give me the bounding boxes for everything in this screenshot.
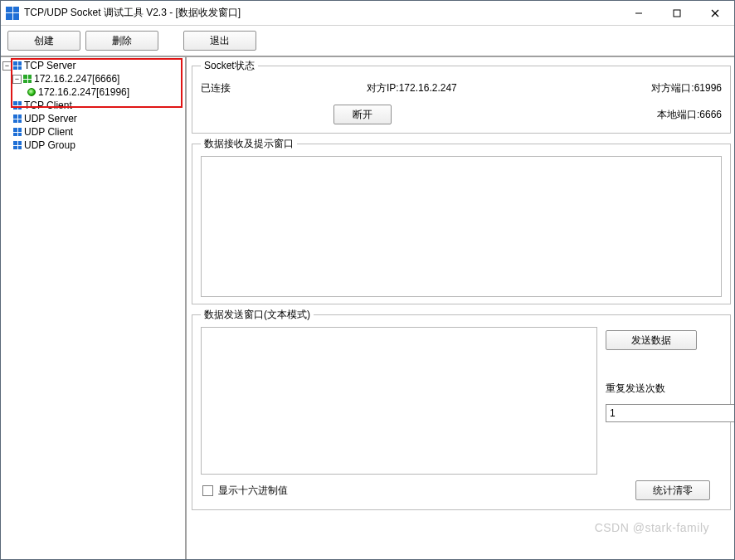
close-button[interactable] — [696, 1, 734, 25]
receive-textarea[interactable] — [201, 156, 722, 297]
connection-tree[interactable]: − TCP Server − 172.16.2.247[6666] 172.16… — [1, 57, 187, 559]
delete-button[interactable]: 删除 — [85, 31, 158, 51]
send-textarea[interactable] — [201, 327, 597, 475]
send-button[interactable]: 发送数据 — [606, 330, 697, 350]
tree-label: 172.16.2.247[61996] — [38, 86, 129, 98]
local-port-value: 6666 — [699, 109, 722, 120]
app-icon — [6, 7, 19, 20]
tree-tcp-client[interactable]: TCP Client — [2, 99, 185, 112]
peer-ip-value: 172.16.2.247 — [399, 82, 457, 94]
repeat-count-combo[interactable] — [606, 404, 705, 422]
peer-port-label: 对方端口: — [651, 82, 694, 94]
right-panel: Socket状态 已连接 对方IP:172.16.2.247 对方端口:6199… — [187, 57, 734, 559]
show-hex-label: 显示十六进制值 — [218, 484, 288, 498]
tree-label: UDP Server — [24, 113, 77, 124]
show-hex-checkbox[interactable]: 显示十六进制值 — [202, 484, 288, 498]
tree-udp-server[interactable]: UDP Server — [2, 112, 185, 125]
tree-label: TCP Server — [24, 60, 75, 71]
app-window: TCP/UDP Socket 调试工具 V2.3 - [数据收发窗口] 创建 删… — [0, 0, 735, 560]
checkbox-box — [202, 485, 213, 496]
window-title: TCP/UDP Socket 调试工具 V2.3 - [数据收发窗口] — [24, 6, 620, 20]
svg-rect-1 — [674, 10, 680, 17]
receive-legend: 数据接收及提示窗口 — [201, 137, 297, 151]
minimize-button[interactable] — [620, 1, 658, 25]
connection-active-icon — [27, 88, 36, 96]
maximize-button[interactable] — [658, 1, 696, 25]
send-legend: 数据发送窗口(文本模式) — [201, 308, 314, 322]
window-controls — [620, 1, 734, 25]
disconnect-button[interactable]: 断开 — [333, 105, 392, 124]
connection-state: 已连接 — [201, 81, 367, 95]
socket-status-group: Socket状态 已连接 对方IP:172.16.2.247 对方端口:6199… — [192, 59, 731, 134]
send-group: 数据发送窗口(文本模式) 发送数据 重复发送次数 — [192, 308, 731, 510]
repeat-label: 重复发送次数 — [606, 382, 665, 396]
tree-tcp-server[interactable]: − TCP Server — [2, 59, 185, 72]
repeat-count-input[interactable] — [606, 404, 734, 422]
tree-label: TCP Client — [24, 100, 72, 111]
stats-clear-button[interactable]: 统计清零 — [635, 480, 710, 500]
status-legend: Socket状态 — [201, 59, 258, 73]
tree-connection[interactable]: 172.16.2.247[61996] — [2, 85, 185, 99]
tree-label: UDP Group — [24, 139, 75, 151]
tree-label: 172.16.2.247[6666] — [34, 73, 119, 85]
tree-udp-client[interactable]: UDP Client — [2, 125, 185, 139]
body: − TCP Server − 172.16.2.247[6666] 172.16… — [1, 57, 734, 559]
tree-label: UDP Client — [24, 126, 73, 138]
peer-ip-label: 对方IP: — [367, 82, 399, 94]
peer-port-value: 61996 — [694, 82, 722, 94]
receive-group: 数据接收及提示窗口 — [192, 137, 731, 304]
toolbar: 创建 删除 退出 — [1, 26, 734, 57]
peer-ip: 对方IP:172.16.2.247 — [367, 81, 651, 95]
local-port-label: 本地端口: — [657, 109, 699, 120]
tree-server-instance[interactable]: − 172.16.2.247[6666] — [2, 72, 185, 85]
peer-port: 对方端口:61996 — [651, 81, 722, 95]
titlebar: TCP/UDP Socket 调试工具 V2.3 - [数据收发窗口] — [1, 1, 734, 26]
create-button[interactable]: 创建 — [7, 31, 80, 51]
tree-udp-group[interactable]: UDP Group — [2, 139, 185, 152]
send-side: 发送数据 重复发送次数 — [606, 327, 722, 475]
local-port: 本地端口:6666 — [657, 108, 722, 122]
exit-button[interactable]: 退出 — [183, 31, 256, 51]
